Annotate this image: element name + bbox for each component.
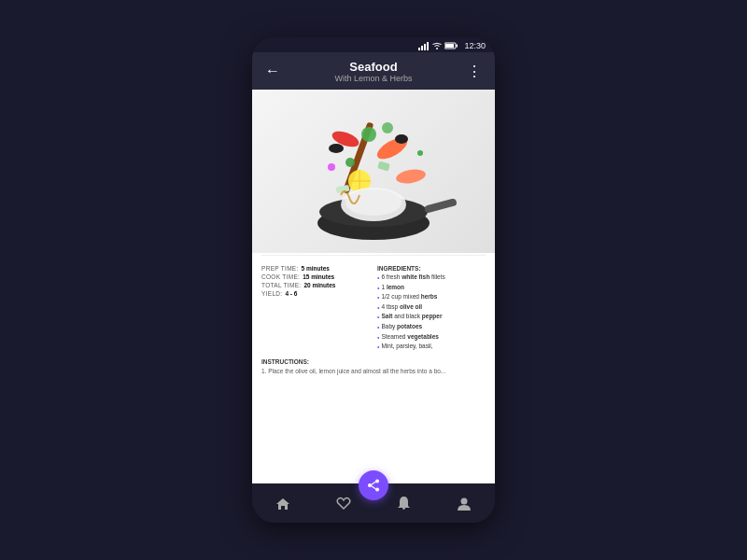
instructions-label: INSTRUCTIONS:	[261, 358, 486, 365]
food-image-container	[252, 90, 495, 253]
bullet-3: •	[377, 293, 379, 301]
top-bar: ← Seafood With Lemon & Herbs ⋮	[252, 52, 495, 90]
bullet-1: •	[377, 273, 379, 282]
svg-marker-0	[418, 48, 420, 50]
svg-rect-5	[457, 45, 458, 48]
svg-rect-6	[445, 44, 454, 48]
yield-value: 4 - 6	[285, 290, 297, 297]
ingredient-8: • Mint, parsley, basil,	[377, 343, 486, 351]
svg-point-15	[382, 122, 393, 133]
recipe-title: Seafood	[284, 60, 463, 74]
svg-point-13	[395, 167, 427, 185]
nav-profile[interactable]	[457, 497, 472, 511]
back-button[interactable]: ←	[261, 61, 284, 81]
ingredient-2: • 1 lemon	[377, 284, 486, 292]
wifi-icon	[432, 42, 442, 49]
instructions-text: 1. Place the olive oil, lemon juice and …	[261, 367, 486, 375]
instructions-area: INSTRUCTIONS: 1. Place the olive oil, le…	[252, 357, 495, 379]
svg-rect-9	[424, 198, 458, 214]
svg-point-18	[395, 134, 408, 144]
svg-marker-2	[424, 44, 426, 50]
svg-marker-3	[427, 42, 429, 50]
svg-point-14	[361, 127, 376, 142]
svg-line-32	[372, 486, 375, 489]
cook-time-row: COOK TIME: 15 minutes	[261, 273, 370, 280]
status-time: 12:30	[464, 41, 486, 50]
share-icon	[367, 479, 380, 492]
status-bar: 12:30	[252, 37, 495, 52]
svg-point-29	[368, 483, 372, 487]
top-bar-center: Seafood With Lemon & Herbs	[284, 60, 463, 83]
ingredient-4: • 4 tbsp olive oil	[377, 303, 486, 312]
ingredients-label: INGREDIENTS:	[377, 265, 486, 272]
nav-notifications[interactable]	[397, 497, 411, 511]
svg-point-33	[461, 498, 468, 505]
yield-row: YIELD: 4 - 6	[261, 290, 370, 297]
battery-icon	[444, 42, 458, 49]
total-value: 20 minutes	[303, 282, 335, 288]
bottom-nav	[252, 483, 495, 523]
ingredient-5: • Salt and black pepper	[377, 313, 486, 321]
bullet-8: •	[377, 343, 379, 351]
total-time-row: TOTAL TIME: 20 minutes	[261, 282, 370, 288]
cook-label: COOK TIME:	[261, 273, 300, 280]
recipe-meta: PREP TIME: 5 minutes COOK TIME: 15 minut…	[261, 265, 370, 353]
bullet-2: •	[377, 284, 379, 292]
bullet-7: •	[377, 333, 379, 342]
svg-point-26	[328, 163, 335, 171]
bullet-4: •	[377, 303, 379, 312]
recipe-subtitle: With Lemon & Herbs	[284, 74, 463, 83]
divider	[261, 255, 486, 256]
svg-point-16	[345, 158, 355, 167]
nav-favorites[interactable]	[336, 497, 351, 511]
status-icons: 12:30	[418, 41, 486, 50]
svg-point-27	[417, 150, 423, 156]
food-illustration	[280, 92, 467, 251]
svg-marker-1	[421, 46, 423, 50]
recipe-details: PREP TIME: 5 minutes COOK TIME: 15 minut…	[252, 258, 495, 357]
svg-point-17	[329, 144, 344, 153]
bullet-5: •	[377, 313, 379, 321]
ingredient-3: • 1/2 cup mixed herbs	[377, 293, 486, 301]
phone-frame: 12:30 ← Seafood With Lemon & Herbs ⋮	[252, 37, 495, 523]
bullet-6: •	[377, 323, 379, 331]
total-label: TOTAL TIME:	[261, 282, 301, 288]
prep-label: PREP TIME:	[261, 265, 299, 272]
cook-value: 15 minutes	[303, 273, 334, 280]
yield-label: YIELD:	[261, 290, 282, 297]
svg-line-31	[372, 482, 375, 484]
svg-point-30	[375, 488, 379, 492]
ingredients-section: INGREDIENTS: • 6 fresh white fish fillet…	[377, 265, 486, 353]
ingredient-7: • Steamed vegetables	[377, 333, 486, 342]
content-area: PREP TIME: 5 minutes COOK TIME: 15 minut…	[252, 90, 495, 483]
ingredient-1: • 6 fresh white fish fillets	[377, 273, 486, 282]
fab-share-button[interactable]	[359, 470, 388, 500]
svg-rect-22	[377, 161, 390, 171]
signal-icon	[418, 42, 430, 50]
prep-value: 5 minutes	[302, 265, 330, 272]
svg-point-28	[375, 480, 379, 483]
nav-home[interactable]	[275, 497, 290, 511]
prep-time-row: PREP TIME: 5 minutes	[261, 265, 370, 272]
more-button[interactable]: ⋮	[463, 61, 486, 82]
ingredient-6: • Baby potatoes	[377, 323, 486, 331]
